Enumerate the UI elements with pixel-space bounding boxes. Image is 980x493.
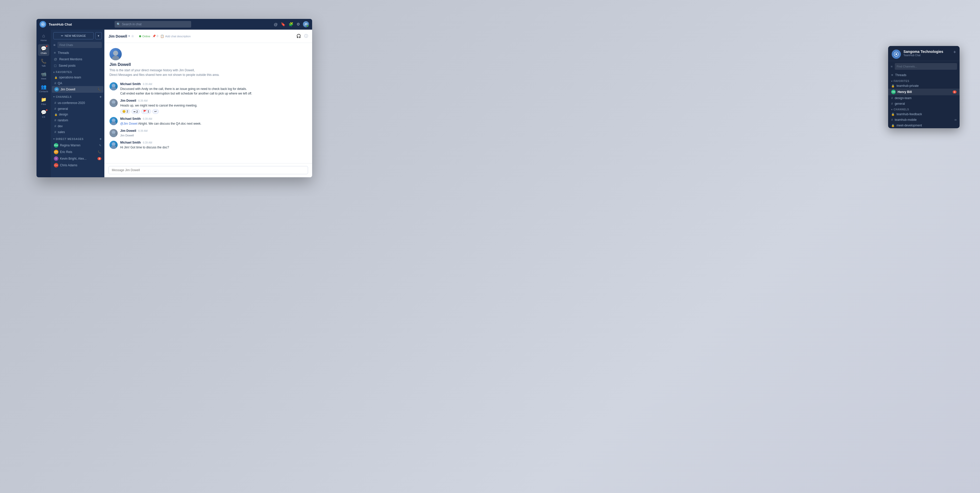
app-logo bbox=[40, 21, 46, 27]
nav-saved-posts[interactable]: ◻ Saved posts bbox=[51, 62, 104, 69]
plugin-icon[interactable]: 🧩 bbox=[289, 22, 293, 27]
message-header: Jim Dowell 6:39 AM bbox=[120, 129, 307, 132]
search-icon: 🔍 bbox=[117, 22, 121, 26]
kevin-unread-badge: 3 bbox=[97, 157, 101, 160]
user-avatar[interactable]: JD bbox=[303, 21, 309, 27]
hash-icon: # bbox=[54, 107, 56, 111]
sidebar-channel-design[interactable]: 🔒 design bbox=[51, 112, 104, 117]
nav-recent-mentions[interactable]: @ Recent Mentions bbox=[51, 56, 104, 62]
mention-nav-icon: @ bbox=[54, 57, 57, 61]
jim-dowell-avatar: JD bbox=[54, 87, 59, 92]
talk-icon: 📞 bbox=[41, 59, 46, 64]
message-content: Michael Smith 6:39 AM Discussed with And… bbox=[120, 82, 307, 96]
sidebar-search-input[interactable] bbox=[57, 42, 102, 48]
message-text: Heads up, we might need to cancel the ev… bbox=[120, 103, 307, 108]
reaction-reply[interactable]: ↩ bbox=[152, 109, 159, 114]
hash-icon: # bbox=[54, 130, 56, 134]
add-dm-button[interactable]: + bbox=[100, 137, 102, 141]
home-icon: ⌂ bbox=[42, 33, 45, 38]
global-search[interactable]: 🔍 bbox=[115, 21, 191, 27]
message-subtext: Jim Dowell bbox=[120, 133, 307, 138]
edit-icon[interactable]: ✎ bbox=[99, 144, 101, 147]
nav-cx[interactable]: 💬 CX bbox=[38, 108, 49, 120]
nav-contacts[interactable]: 👥 Contacts bbox=[38, 83, 49, 94]
nav-home[interactable]: ⌂ Home bbox=[38, 32, 49, 43]
message-header: Michael Smith 6:39 AM bbox=[120, 141, 307, 144]
message-text: Discussed with Andy on the call, there i… bbox=[120, 86, 307, 96]
sidebar-channel-us-conference[interactable]: # us-conference-2020 bbox=[51, 100, 104, 106]
nav-meet[interactable]: 📹 Meet bbox=[38, 70, 49, 81]
sidebar-dm-kevin[interactable]: S Kevin Bright, Alex... 3 bbox=[51, 155, 104, 162]
svg-point-8 bbox=[112, 118, 115, 122]
meet-icon: 📹 bbox=[41, 71, 46, 77]
nav-threads[interactable]: ≡ Threads bbox=[51, 49, 104, 56]
dm-chevron: ▾ bbox=[53, 138, 55, 140]
message-input-area bbox=[104, 163, 312, 177]
dm-actions: 📞 bbox=[98, 150, 101, 154]
contacts-icon: 👥 bbox=[41, 84, 46, 90]
contact-name-intro: Jim Dowell bbox=[110, 62, 131, 67]
chat-intro: Jim Dowell This is the start of your dir… bbox=[110, 48, 307, 77]
sidebar-channel-operations-team[interactable]: 🔒 operations-team bbox=[51, 75, 104, 80]
sidebar-channel-general[interactable]: # general bbox=[51, 106, 104, 112]
messages-area: Jim Dowell This is the start of your dir… bbox=[104, 43, 312, 163]
message-input[interactable] bbox=[108, 166, 308, 174]
nav-chats[interactable]: 💬 Chats bbox=[38, 44, 49, 56]
sidebar-channel-qa[interactable]: # QA bbox=[51, 80, 104, 86]
headphone-icon[interactable]: 🎧 bbox=[296, 34, 301, 38]
files-icon: 📁 bbox=[41, 97, 46, 102]
sidebar-dm-regina[interactable]: RW Regina Warren ✎ bbox=[51, 142, 104, 149]
star-icon[interactable]: ☆ bbox=[131, 35, 134, 38]
dm-actions: ✎ bbox=[99, 144, 101, 147]
favorites-section-header: ▾ FAVORITES bbox=[51, 69, 104, 75]
sidebar: ✏ NEW MESSAGE ▾ ≡ ≡ Threads @ Recent Men… bbox=[51, 30, 104, 177]
sidebar-channel-random[interactable]: # random bbox=[51, 117, 104, 123]
message-header: Michael Smith 6:39 AM bbox=[120, 82, 307, 86]
message-content: Jim Dowell 6:39 AM Heads up, we might ne… bbox=[120, 99, 307, 114]
sidebar-dm-chris[interactable]: CA Chris Adams bbox=[51, 162, 104, 169]
info-icon[interactable]: ⓘ bbox=[304, 34, 308, 38]
online-status: Online bbox=[139, 35, 150, 38]
new-message-chevron-button[interactable]: ▾ bbox=[95, 32, 102, 39]
bookmark-icon[interactable]: 🔖 bbox=[281, 22, 286, 27]
new-message-button[interactable]: ✏ NEW MESSAGE bbox=[53, 32, 94, 39]
mention-link[interactable]: @Jim Dowel bbox=[120, 122, 138, 125]
svg-point-10 bbox=[112, 131, 115, 134]
lock-icon: 🔒 bbox=[54, 76, 57, 79]
search-input[interactable] bbox=[122, 22, 189, 26]
top-bar: TeamHub Chat 🔍 @ 🔖 🧩 ⚙ JD bbox=[37, 19, 312, 30]
sidebar-dm-jim-dowell[interactable]: JD Jim Dowell 📞 bbox=[52, 86, 103, 93]
message-text: @Jim Dowel Alright. We can discuss the Q… bbox=[120, 121, 307, 126]
michael-avatar-2 bbox=[110, 117, 118, 125]
cx-badge bbox=[46, 109, 48, 111]
hash-icon: # bbox=[54, 101, 56, 105]
sidebar-channel-dev[interactable]: # dev bbox=[51, 123, 104, 129]
chat-area: Jim Dowell ▾ ☆ Online 📌 0 📋 Add chat des… bbox=[104, 30, 312, 177]
pencil-icon: ✏ bbox=[61, 34, 63, 38]
sidebar-channel-sales[interactable]: # sales bbox=[51, 129, 104, 135]
hash-icon: # bbox=[54, 124, 56, 128]
chat-title: Jim Dowell ▾ ☆ bbox=[108, 34, 134, 38]
reaction-dots[interactable]: •• 2 bbox=[131, 109, 140, 114]
regina-avatar: RW bbox=[54, 143, 59, 148]
channels-chevron: ▾ bbox=[53, 96, 55, 98]
svg-point-11 bbox=[110, 134, 117, 137]
mention-icon[interactable]: @ bbox=[274, 22, 278, 27]
michael-avatar bbox=[110, 82, 118, 91]
phone-action-icon[interactable]: 📞 bbox=[98, 150, 101, 154]
add-channel-button[interactable]: + bbox=[100, 95, 102, 99]
phone-action-icon[interactable]: 📞 bbox=[97, 88, 101, 91]
settings-icon[interactable]: ⚙ bbox=[297, 22, 300, 27]
nav-talk[interactable]: 📞 Talk bbox=[38, 57, 49, 69]
icon-bar: ⌂ Home 💬 Chats 📞 Talk 📹 Meet 👥 Contacts bbox=[37, 30, 51, 177]
reaction-smile[interactable]: 😊 2 bbox=[120, 109, 130, 114]
status-dot bbox=[139, 35, 141, 37]
chat-description[interactable]: 📋 Add chat description bbox=[160, 35, 191, 38]
sidebar-dm-eric[interactable]: ER Eric Reis 📞 bbox=[51, 149, 104, 155]
nav-files[interactable]: 📁 Files bbox=[38, 95, 49, 107]
new-message-bar: ✏ NEW MESSAGE ▾ bbox=[51, 30, 104, 41]
reaction-flag[interactable]: 🚩 1 bbox=[141, 109, 151, 114]
saved-posts-icon: ◻ bbox=[54, 64, 57, 67]
chevron-down-icon[interactable]: ▾ bbox=[128, 35, 130, 38]
svg-point-12 bbox=[112, 142, 115, 146]
